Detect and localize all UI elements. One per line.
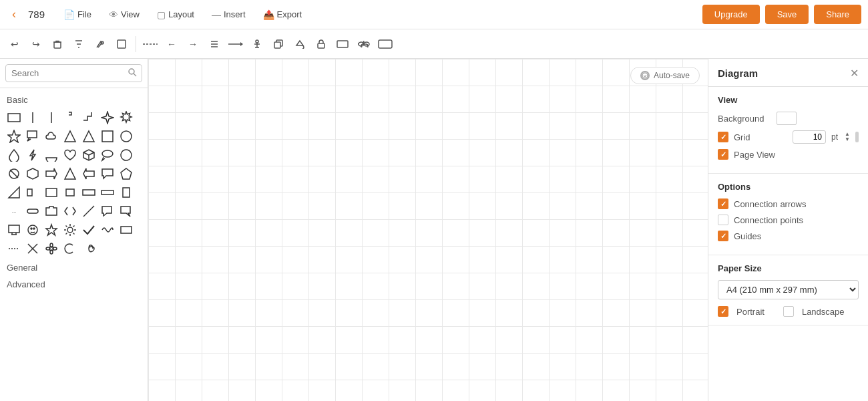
close-panel-button[interactable]: ✕	[850, 67, 859, 80]
shape-star8[interactable]	[118, 109, 135, 126]
arrow-left-button[interactable]: ←	[162, 35, 181, 53]
shape-bracket[interactable]	[61, 109, 79, 126]
background-color-swatch[interactable]	[777, 112, 797, 125]
shape-stadium[interactable]	[24, 203, 41, 220]
search-input[interactable]	[11, 68, 124, 78]
shape-callout3[interactable]	[118, 203, 135, 220]
shape-moon[interactable]	[118, 146, 135, 164]
delete-button[interactable]	[48, 35, 67, 53]
shape-callout-speech[interactable]	[99, 165, 116, 182]
canvas-area[interactable]: Auto-save	[148, 59, 708, 401]
fill-button[interactable]	[290, 35, 309, 53]
shape-half-circle[interactable]	[43, 146, 60, 164]
box-button[interactable]	[333, 35, 352, 53]
shape-arrow-right-solid[interactable]	[43, 165, 60, 182]
shape-tab[interactable]	[43, 203, 60, 220]
back-button[interactable]: ‹	[7, 5, 21, 24]
shape-ellipse[interactable]	[118, 128, 135, 145]
shape-bracket2[interactable]	[61, 203, 79, 220]
shape-flower[interactable]	[43, 240, 60, 257]
share-button[interactable]: Share	[814, 5, 861, 24]
shape-vline2[interactable]	[43, 109, 60, 126]
shape-pentagon[interactable]	[118, 165, 135, 182]
shape-dash[interactable]	[5, 240, 23, 257]
shape-rect-xwide[interactable]	[99, 184, 116, 201]
shape-step[interactable]	[80, 109, 97, 126]
rect-outline-button[interactable]	[376, 35, 395, 53]
grid-decrement-button[interactable]: ▼	[845, 137, 850, 142]
shape-button[interactable]	[112, 35, 131, 53]
paper-size-select[interactable]: A4 (210 mm x 297 mm) A3 (297 mm x 420 mm…	[718, 280, 859, 299]
format-button[interactable]	[69, 35, 88, 53]
svg-point-34	[102, 150, 113, 157]
shape-monitor[interactable]	[5, 221, 23, 239]
portrait-checkbox[interactable]: ✓	[718, 306, 728, 317]
shape-rect-wide[interactable]	[80, 184, 97, 201]
shape-triangle-up[interactable]	[61, 128, 79, 145]
shape-spiral[interactable]	[80, 240, 97, 257]
menu-layout[interactable]: ▢ Layout	[152, 7, 200, 23]
shape-lightning[interactable]	[24, 146, 41, 164]
grid-color-swatch[interactable]	[855, 132, 859, 142]
page-view-checkbox[interactable]: ✓	[718, 149, 728, 160]
search-input-wrap[interactable]	[5, 64, 142, 82]
shape-cube[interactable]	[80, 146, 97, 164]
shape-star5b[interactable]	[43, 221, 60, 239]
shape-cloud[interactable]	[43, 128, 60, 145]
anchor-button[interactable]	[248, 35, 266, 53]
shape-more[interactable]: ···	[5, 203, 23, 220]
shape-callout-rect[interactable]	[24, 128, 41, 145]
clone-button[interactable]	[269, 35, 288, 53]
guides-checkbox[interactable]: ✓	[718, 231, 728, 241]
shape-rect[interactable]	[5, 109, 23, 126]
shape-rect-rounded[interactable]	[24, 184, 41, 201]
shape-rect-sm[interactable]	[61, 184, 79, 201]
shape-rect-narrow[interactable]	[118, 184, 135, 201]
shape-rect-outline[interactable]	[43, 184, 60, 201]
shape-star5[interactable]	[5, 128, 23, 145]
arrow-styled-button[interactable]	[226, 35, 245, 53]
menu-export[interactable]: 📤 Export	[258, 7, 308, 23]
section-basic: Basic	[0, 91, 148, 108]
landscape-checkbox[interactable]	[783, 306, 794, 317]
shape-check[interactable]	[80, 221, 97, 239]
shape-circle[interactable]	[99, 128, 116, 145]
shape-diagonal[interactable]	[80, 203, 97, 220]
shape-speech[interactable]	[99, 146, 116, 164]
shape-star4[interactable]	[99, 109, 116, 126]
shape-tri3[interactable]	[5, 184, 23, 201]
align-button[interactable]	[205, 35, 224, 53]
shape-triangle-eq[interactable]	[80, 128, 97, 145]
arrow-right-button[interactable]: →	[184, 35, 202, 53]
page-view-checkmark: ✓	[720, 150, 726, 159]
lock-button[interactable]	[312, 35, 331, 53]
link-button[interactable]	[355, 35, 373, 53]
shape-sun[interactable]	[61, 221, 79, 239]
grid-checkbox[interactable]: ✓	[718, 132, 728, 142]
grid-value-input[interactable]	[793, 130, 826, 144]
shape-c[interactable]	[61, 240, 79, 257]
shape-face[interactable]	[24, 221, 41, 239]
menu-insert[interactable]: — Insert	[206, 7, 251, 23]
paint-button[interactable]	[91, 35, 110, 53]
connection-arrows-checkbox[interactable]: ✓	[718, 198, 728, 209]
shape-tri2[interactable]	[61, 165, 79, 182]
line-style-button[interactable]	[141, 35, 160, 53]
shape-drop[interactable]	[5, 146, 23, 164]
shape-heart[interactable]	[61, 146, 79, 164]
save-button[interactable]: Save	[765, 5, 809, 24]
shape-x[interactable]	[24, 240, 41, 257]
connection-points-checkbox[interactable]	[718, 215, 728, 225]
menu-file[interactable]: 📄 File	[58, 7, 97, 23]
shape-rect2[interactable]	[118, 221, 135, 239]
shape-vline[interactable]	[24, 109, 41, 126]
undo-button[interactable]: ↩	[5, 35, 24, 53]
shape-no[interactable]	[5, 165, 23, 182]
shape-hex[interactable]	[24, 165, 41, 182]
menu-view[interactable]: 👁 View	[103, 7, 145, 23]
shape-wave[interactable]	[99, 221, 116, 239]
redo-button[interactable]: ↪	[27, 35, 45, 53]
shape-arrow-left2[interactable]	[80, 165, 97, 182]
upgrade-button[interactable]: Upgrade	[702, 5, 760, 24]
shape-callout2[interactable]	[99, 203, 116, 220]
